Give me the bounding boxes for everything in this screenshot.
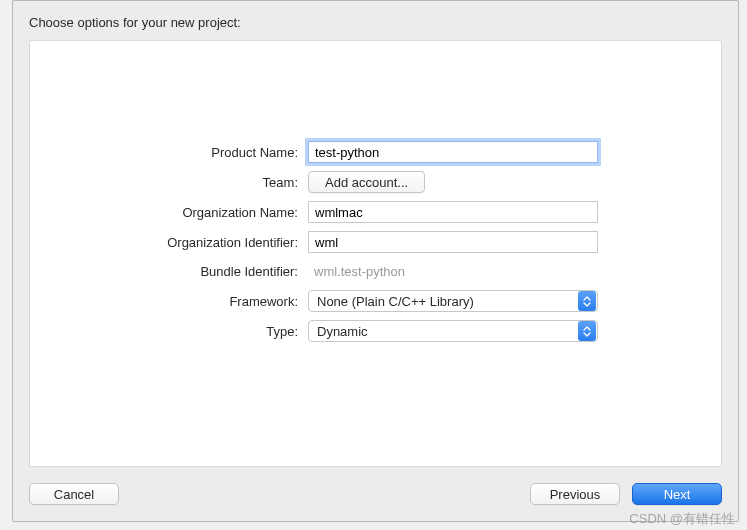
label-org-name: Organization Name: — [70, 205, 308, 220]
updown-arrows-icon — [578, 321, 596, 341]
type-select[interactable]: Dynamic — [308, 320, 598, 342]
row-team: Team: Add account... — [70, 171, 681, 193]
add-account-button[interactable]: Add account... — [308, 171, 425, 193]
row-type: Type: Dynamic — [70, 320, 681, 342]
previous-button[interactable]: Previous — [530, 483, 620, 505]
bundle-identifier-value: wml.test-python — [308, 261, 598, 282]
next-button[interactable]: Next — [632, 483, 722, 505]
dialog-header: Choose options for your new project: — [13, 1, 738, 40]
framework-select-value: None (Plain C/C++ Library) — [309, 294, 578, 309]
product-name-input[interactable] — [308, 141, 598, 163]
row-org-name: Organization Name: — [70, 201, 681, 223]
label-team: Team: — [70, 175, 308, 190]
row-framework: Framework: None (Plain C/C++ Library) — [70, 290, 681, 312]
dialog-footer: Cancel Previous Next — [13, 475, 738, 521]
dialog-title: Choose options for your new project: — [29, 15, 241, 30]
cancel-button[interactable]: Cancel — [29, 483, 119, 505]
label-product-name: Product Name: — [70, 145, 308, 160]
new-project-options-dialog: Choose options for your new project: Pro… — [12, 0, 739, 522]
row-org-identifier: Organization Identifier: — [70, 231, 681, 253]
updown-arrows-icon — [578, 291, 596, 311]
org-name-input[interactable] — [308, 201, 598, 223]
form-panel: Product Name: Team: Add account... Organ… — [29, 40, 722, 467]
type-select-value: Dynamic — [309, 324, 578, 339]
label-org-identifier: Organization Identifier: — [70, 235, 308, 250]
row-product-name: Product Name: — [70, 141, 681, 163]
label-bundle-identifier: Bundle Identifier: — [70, 264, 308, 279]
label-type: Type: — [70, 324, 308, 339]
framework-select[interactable]: None (Plain C/C++ Library) — [308, 290, 598, 312]
label-framework: Framework: — [70, 294, 308, 309]
org-identifier-input[interactable] — [308, 231, 598, 253]
row-bundle-identifier: Bundle Identifier: wml.test-python — [70, 261, 681, 282]
